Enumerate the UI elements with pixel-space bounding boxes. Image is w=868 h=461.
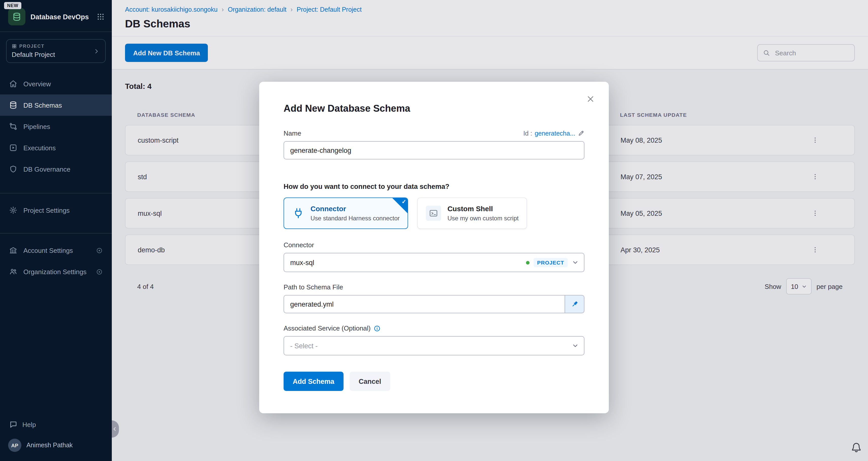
thumbtack-icon (570, 300, 579, 308)
scope-badge: PROJECT (534, 258, 568, 267)
schema-path-input[interactable] (284, 295, 565, 313)
service-label: Associated Service (Optional) (284, 324, 371, 332)
option-title: Connector (311, 205, 400, 213)
modal-title: Add New Database Schema (284, 103, 584, 114)
connector-value: mux-sql (290, 259, 314, 266)
option-card-connector[interactable]: ✓ Connector Use standard Harness connect… (284, 197, 408, 229)
service-value: - Select - (290, 342, 318, 350)
connect-question: How do you want to connect to your data … (284, 183, 584, 190)
edit-id-button[interactable] (578, 130, 584, 137)
associated-service-select[interactable]: - Select - (284, 336, 584, 355)
connector-select[interactable]: mux-sql PROJECT (284, 253, 584, 272)
info-icon[interactable] (374, 325, 381, 332)
modal-actions: Add Schema Cancel (284, 372, 584, 391)
app-root: NEW Database DevOps (0, 0, 868, 461)
connector-label: Connector (284, 241, 314, 249)
option-card-custom-shell[interactable]: Custom Shell Use my own custom script (417, 197, 527, 229)
status-dot (526, 261, 530, 264)
add-schema-modal: Add New Database Schema Name Id : genera… (259, 82, 609, 413)
connector-plug-icon (292, 207, 304, 219)
path-label: Path to Schema File (284, 283, 343, 291)
option-subtitle: Use my own custom script (447, 215, 519, 222)
connection-options: ✓ Connector Use standard Harness connect… (284, 197, 584, 229)
cancel-button[interactable]: Cancel (350, 372, 391, 391)
terminal-icon (426, 206, 441, 221)
id-label: Id : (523, 130, 532, 137)
id-display: Id : generatecha... (523, 130, 584, 137)
option-title: Custom Shell (447, 205, 519, 213)
name-label: Name (284, 129, 301, 137)
chevron-down-icon (572, 259, 579, 266)
chevron-down-icon (572, 342, 579, 349)
schema-name-input[interactable] (284, 141, 584, 159)
close-icon[interactable] (584, 93, 597, 105)
option-subtitle: Use standard Harness connector (311, 215, 400, 222)
resource-center-bell-icon[interactable] (851, 442, 862, 453)
id-value: generatecha... (535, 130, 575, 137)
check-icon: ✓ (401, 199, 406, 205)
add-schema-submit-button[interactable]: Add Schema (284, 372, 344, 391)
path-field-group (284, 295, 584, 313)
pin-path-button[interactable] (565, 295, 584, 313)
